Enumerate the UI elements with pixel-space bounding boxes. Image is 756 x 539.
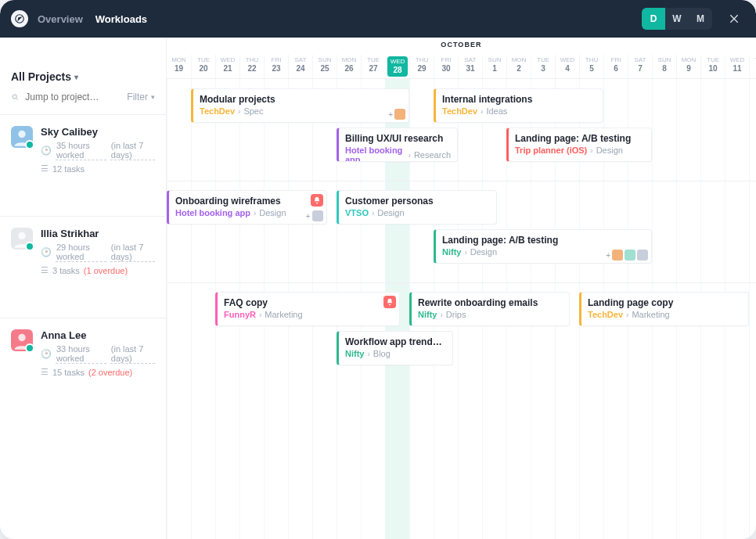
- task-title: Landing page copy: [588, 297, 742, 308]
- view-toggle-day[interactable]: D: [642, 8, 665, 30]
- timeline-month-label: OCTOBER: [167, 38, 756, 55]
- svg-line-5: [16, 99, 18, 100]
- timeline-day[interactable]: TUE3: [531, 55, 555, 78]
- task-category: Marketing: [265, 310, 302, 319]
- project-search[interactable]: [11, 91, 127, 103]
- task-card[interactable]: Onboarding wireframes Hotel booking app …: [167, 190, 327, 225]
- timeline-day[interactable]: THU22: [239, 55, 264, 78]
- close-icon[interactable]: [723, 8, 745, 30]
- svg-point-6: [18, 131, 25, 138]
- task-title: Customer personas: [345, 196, 490, 207]
- timeline-day[interactable]: SUN8: [652, 55, 676, 78]
- nav-overview[interactable]: Overview: [38, 13, 83, 25]
- timeline-day[interactable]: MON9: [676, 55, 700, 78]
- task-category: Spec: [243, 106, 263, 116]
- timeline-day[interactable]: WED11: [725, 55, 749, 78]
- chevron-right-icon: ›: [464, 248, 466, 257]
- nav-workloads[interactable]: Workloads: [95, 13, 147, 25]
- task-project: FunnyR: [224, 310, 256, 319]
- timeline-day[interactable]: MON26: [337, 55, 361, 78]
- timeline-day[interactable]: FRI30: [434, 55, 458, 78]
- timeline-day[interactable]: WED28: [387, 56, 408, 77]
- task-project: TechDev: [588, 310, 623, 319]
- view-toggle-week[interactable]: W: [665, 8, 689, 30]
- alert-icon: [383, 296, 396, 308]
- task-category: Design: [377, 208, 404, 217]
- timeline-day[interactable]: FRI6: [603, 55, 628, 78]
- timeline-day[interactable]: SAT31: [458, 55, 482, 78]
- compass-icon[interactable]: [11, 10, 28, 27]
- timeline-day[interactable]: THU29: [409, 55, 434, 78]
- task-card[interactable]: Landing page copy TechDev › Marketing: [579, 292, 749, 326]
- person-task-count: 3 tasks: [52, 266, 80, 275]
- person-item[interactable]: Sky Calibey 🕑 35 hours worked (in last 7…: [0, 115, 166, 217]
- timeline-day[interactable]: WED4: [555, 55, 579, 78]
- task-card[interactable]: Internal integrations TechDev › Ideas: [434, 88, 603, 123]
- timeline-day[interactable]: MON19: [167, 55, 191, 78]
- project-selector-label: All Projects: [11, 70, 71, 83]
- person-hours-span: (in last 7 days): [110, 344, 155, 364]
- svg-point-4: [13, 95, 16, 99]
- clock-icon: 🕑: [41, 247, 52, 257]
- task-card[interactable]: Customer personas VTSO › Design: [337, 190, 497, 225]
- task-card[interactable]: Modular projects TechDev › Spec +: [191, 88, 409, 123]
- project-selector[interactable]: All Projects ▾: [11, 70, 78, 83]
- timeline: OCTOBER MON19TUE20WED21THU22FRI23SAT24SU…: [167, 38, 756, 539]
- person-name: Illia Strikhar: [41, 228, 155, 239]
- timeline-day[interactable]: SAT24: [288, 55, 312, 78]
- timeline-day[interactable]: WED21: [215, 55, 239, 78]
- task-category: Drips: [446, 310, 466, 319]
- people-sidebar: All Projects ▾ Filter ▾: [0, 38, 167, 539]
- timeline-day[interactable]: SUN25: [312, 55, 337, 78]
- task-category: Blog: [373, 349, 391, 358]
- timeline-day[interactable]: SUN1: [482, 55, 506, 78]
- avatar: [11, 329, 33, 351]
- task-card[interactable]: FAQ copy FunnyR › Marketing: [215, 292, 400, 326]
- timeline-day[interactable]: TUE20: [191, 55, 215, 78]
- alert-icon: [311, 194, 323, 207]
- timeline-day[interactable]: SAT7: [628, 55, 652, 78]
- chevron-right-icon: ›: [259, 311, 261, 319]
- task-category: Marketing: [632, 310, 669, 319]
- filter-button[interactable]: Filter ▾: [127, 92, 155, 102]
- task-title: Internal integrations: [442, 94, 596, 105]
- task-card[interactable]: Workflow app trends 2020 Nifty › Blog: [337, 331, 453, 365]
- task-title: Onboarding wireframes: [175, 196, 320, 207]
- task-category: Design: [596, 146, 623, 155]
- timeline-day[interactable]: TUE27: [361, 55, 385, 78]
- task-title: Billing UX/UI research: [345, 133, 451, 144]
- task-card[interactable]: Landing page: A/B testing Trip planner (…: [506, 128, 652, 162]
- timeline-day[interactable]: FRI23: [264, 55, 288, 78]
- task-project: Nifty: [418, 310, 437, 319]
- task-category: Design: [259, 208, 286, 217]
- timeline-day[interactable]: TUE10: [700, 55, 725, 78]
- chevron-right-icon: ›: [238, 107, 240, 116]
- person-item[interactable]: Illia Strikhar 🕑 29 hours worked (in las…: [0, 217, 166, 318]
- task-category: Research: [414, 150, 451, 160]
- task-assignees: +: [306, 210, 323, 221]
- task-category: Ideas: [486, 106, 507, 116]
- task-card[interactable]: Landing page: A/B testing Nifty › Design…: [434, 229, 652, 264]
- person-hours: 33 hours worked: [56, 344, 106, 364]
- avatar: [11, 228, 33, 250]
- person-hours-span: (in last 7 days): [110, 141, 155, 160]
- task-assignees: +: [388, 109, 405, 120]
- timeline-day[interactable]: THU5: [579, 55, 603, 78]
- person-hours-span: (in last 7 days): [110, 243, 155, 262]
- timeline-day[interactable]: MON2: [506, 55, 531, 78]
- task-card[interactable]: Billing UX/UI research Hotel booking app…: [337, 128, 458, 162]
- avatar: [11, 126, 33, 148]
- person-item[interactable]: Anna Lee 🕑 33 hours worked (in last 7 da…: [0, 318, 166, 539]
- view-toggle: D W M: [642, 8, 712, 30]
- timeline-row-0: Modular projects TechDev › Spec + Intern…: [167, 79, 756, 181]
- tasks-icon: ☰: [41, 163, 49, 174]
- timeline-day[interactable]: THU12: [749, 55, 756, 78]
- svg-point-7: [18, 232, 25, 239]
- view-toggle-month[interactable]: M: [689, 8, 712, 30]
- task-card[interactable]: Rewrite onboarding emails Nifty › Drips: [409, 292, 570, 326]
- presence-dot: [25, 242, 34, 251]
- person-task-count: 15 tasks: [52, 368, 85, 377]
- task-title: Workflow app trends 2020: [345, 336, 446, 347]
- task-project: VTSO: [345, 208, 369, 217]
- project-search-input[interactable]: [23, 91, 127, 103]
